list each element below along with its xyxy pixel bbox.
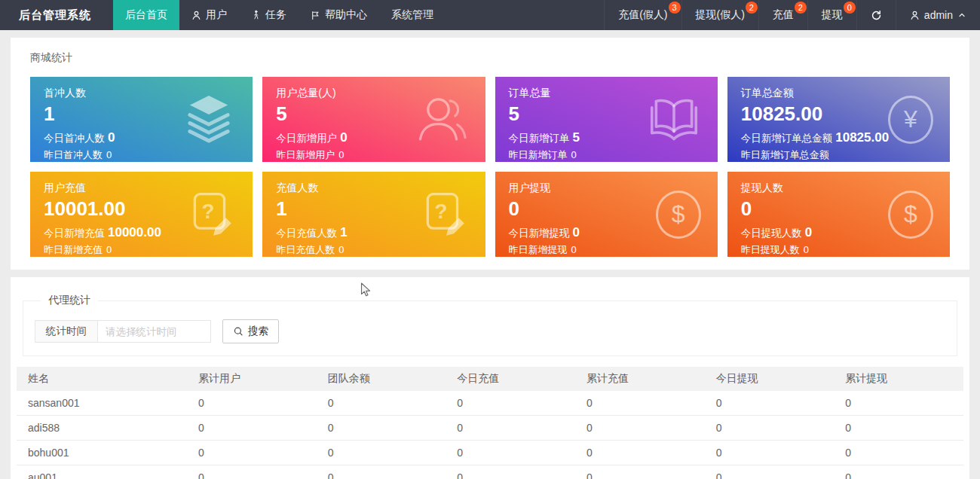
nav-item-withdraw-fake[interactable]: 提现(假人) 2 (681, 0, 758, 30)
mall-stats-panel: 商城统计 首冲人数 1 今日首冲人数0 昨日首冲人数0 用户总量(人) 5 今日… (11, 38, 969, 270)
dollar-coin-icon: $ (888, 191, 933, 239)
stat-card-total-users: 用户总量(人) 5 今日新增用户0 昨日新增用户0 (262, 77, 485, 162)
col-header-total-users: 累计用户 (187, 367, 317, 391)
nav-item-users-label: 用户 (206, 8, 227, 22)
refresh-button[interactable] (856, 0, 896, 30)
top-navbar: 后台管理系统 后台首页 用户 任务 帮助中心 系统管理 充 (0, 0, 980, 30)
agent-stats-panel: 代理统计 统计时间 搜索 姓名 累计用户 团队余额 今日充值 累计充值 今日提现… (11, 277, 969, 479)
edit-doc-icon: ? (419, 188, 469, 240)
user-menu[interactable]: admin (896, 0, 980, 30)
col-header-name: 姓名 (17, 367, 187, 391)
nav-item-system-mgmt-label: 帮助中心 (325, 8, 367, 22)
refresh-icon (871, 10, 882, 21)
nav-item-system-management[interactable]: 系统管理 (379, 0, 446, 30)
nav-item-tasks[interactable]: 任务 (239, 0, 299, 30)
withdraw-badge: 0 (844, 2, 856, 14)
nav-item-recharge[interactable]: 充值 2 (758, 0, 807, 30)
nav-item-home[interactable]: 后台首页 (113, 0, 179, 30)
col-header-today-recharge: 今日充值 (446, 367, 575, 391)
mall-stats-title: 商城统计 (20, 48, 960, 77)
nav-item-tasks-label: 任务 (265, 8, 286, 22)
stat-cards-grid: 首冲人数 1 今日首冲人数0 昨日首冲人数0 用户总量(人) 5 今日新增用户0… (20, 77, 960, 257)
stat-card-total-orders: 订单总量 5 今日新增订单5 昨日新增订单0 (495, 77, 718, 162)
recharge-badge: 2 (795, 2, 807, 14)
nav-item-home-label: 后台首页 (125, 8, 167, 22)
dollar-coin-icon: $ (656, 191, 701, 239)
search-icon (233, 326, 243, 337)
nav-item-help-center[interactable]: 帮助中心 (299, 0, 379, 30)
recharge-fake-badge: 3 (669, 2, 681, 14)
col-header-total-withdraw: 累计提现 (834, 367, 963, 391)
table-row: au001 0 0 0 0 0 0 (17, 465, 963, 479)
chevron-up-icon (957, 11, 966, 20)
col-header-today-withdraw: 今日提现 (705, 367, 835, 391)
stat-card-withdraw-users: 提现人数 0 今日提现人数0 昨日提现人数0 $ (727, 172, 950, 257)
table-header-row: 姓名 累计用户 团队余额 今日充值 累计充值 今日提现 累计提现 (17, 367, 963, 391)
stat-card-user-recharge: 用户充值 10001.00 今日新增充值10000.00 昨日新增充值0 ? (30, 172, 253, 257)
stat-time-label: 统计时间 (35, 320, 98, 343)
app-title: 后台管理系统 (0, 0, 113, 30)
agent-stats-title: 代理统计 (41, 294, 98, 307)
search-button[interactable]: 搜索 (222, 319, 279, 343)
yuan-coin-icon: ¥ (888, 96, 933, 144)
walking-person-icon (251, 10, 261, 20)
stat-card-first-recharge-users: 首冲人数 1 今日首冲人数0 昨日首冲人数0 (30, 77, 253, 162)
stat-card-user-withdraw: 用户提现 0 今日新增提现0 昨日新增提现0 $ (495, 172, 718, 257)
user-icon (191, 11, 201, 20)
nav-item-withdraw[interactable]: 提现 0 (807, 0, 856, 30)
admin-user-icon (910, 11, 920, 20)
table-row: sansan001 0 0 0 0 0 0 (17, 391, 963, 416)
stat-time-input[interactable] (98, 320, 211, 343)
nav-item-users[interactable]: 用户 (179, 0, 239, 30)
filter-row: 统计时间 搜索 (35, 319, 945, 343)
main-menu: 后台首页 用户 任务 帮助中心 系统管理 (113, 0, 446, 30)
username: admin (924, 9, 953, 21)
withdraw-fake-badge: 2 (746, 2, 758, 14)
agent-stats-fieldset: 代理统计 统计时间 搜索 (23, 294, 957, 356)
table-row: bohu001 0 0 0 0 0 0 (17, 441, 963, 465)
nav-item-recharge-fake[interactable]: 充值(假人) 3 (604, 0, 681, 30)
col-header-team-balance: 团队余额 (317, 367, 446, 391)
col-header-total-recharge: 累计充值 (575, 367, 705, 391)
search-button-label: 搜索 (248, 325, 268, 338)
agent-stats-table: 姓名 累计用户 团队余额 今日充值 累计充值 今日提现 累计提现 sansan0… (17, 367, 963, 479)
open-book-icon (647, 93, 701, 145)
navbar-right-actions: 充值(假人) 3 提现(假人) 2 充值 2 提现 0 admin (604, 0, 980, 30)
table-row: adi588 0 0 0 0 0 0 (17, 416, 963, 441)
svg-text:?: ? (202, 199, 215, 222)
stat-card-total-order-amount: 订单总金额 10825.00 今日新增订单总金额10825.00 昨日新增订单总… (727, 77, 950, 162)
edit-doc-icon: ? (186, 188, 236, 240)
stat-card-recharge-users: 充值人数 1 今日充值人数1 昨日充值人数0 ? (262, 172, 485, 257)
layers-icon (182, 92, 236, 147)
svg-text:?: ? (434, 199, 447, 222)
users-icon (416, 92, 469, 147)
flag-icon (311, 11, 320, 20)
